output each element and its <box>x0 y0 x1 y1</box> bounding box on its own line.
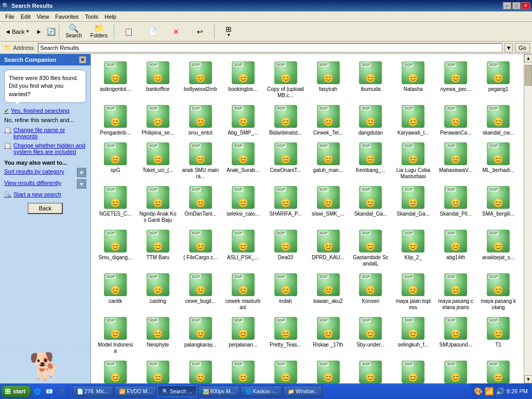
sidebar-back-button[interactable]: Back <box>28 203 63 214</box>
refresh-button[interactable]: 🔄 <box>46 26 56 37</box>
menu-file[interactable]: File <box>2 12 18 21</box>
file-item[interactable]: 😊smu_entot <box>180 102 221 138</box>
file-item[interactable]: 😊abg14th <box>435 227 476 269</box>
file-item[interactable]: 😊Copy of (uploadMB.c... <box>265 58 306 101</box>
file-item[interactable]: 😊kawan_aku2 <box>308 270 349 313</box>
file-item[interactable]: 😊perjalanan... <box>223 314 263 356</box>
file-item[interactable]: 😊T2 <box>95 357 136 383</box>
file-item[interactable]: 😊( FileCargo[1... <box>435 357 476 383</box>
menu-help[interactable]: Help <box>101 12 119 21</box>
file-item[interactable]: 😊maya pasang kutang <box>478 270 518 313</box>
menu-edit[interactable]: Edit <box>18 12 34 21</box>
file-item[interactable]: 😊skandal_cw... <box>478 102 518 138</box>
file-item[interactable]: 😊DPRD_KAU... <box>308 227 349 269</box>
view-expand-icon[interactable]: ▼ <box>77 179 86 189</box>
change-hidden-link[interactable]: 📋 Change whether hidden and system files… <box>4 142 86 155</box>
back-button[interactable]: ◄ Back ▼ <box>2 23 32 40</box>
scroll-track[interactable] <box>524 62 532 375</box>
file-item[interactable]: 😊Abg_SMP_... <box>223 102 263 138</box>
file-item[interactable]: 😊Gastambide ScandalL <box>350 227 391 269</box>
go-button[interactable]: Go <box>515 43 530 52</box>
file-item[interactable]: 😊galuh_man... <box>308 139 349 182</box>
folders-button[interactable]: 📁 Folders <box>87 23 111 40</box>
file-item[interactable]: 😊Video(11) <box>308 357 349 383</box>
scroll-down-button[interactable]: ▼ <box>524 375 532 383</box>
file-item[interactable]: 😊ibumuda <box>350 58 391 101</box>
undo-button[interactable]: ↩ <box>189 23 211 40</box>
file-item[interactable]: 😊palangkaray... <box>180 314 221 356</box>
file-item[interactable]: 😊PerawanCa... <box>435 102 476 138</box>
change-filename-link[interactable]: 📋 Change file name or keywords <box>4 126 86 140</box>
file-item[interactable]: 😊fasyirah <box>308 58 349 101</box>
file-item[interactable]: 😊bookingbis... <box>223 58 263 101</box>
yes-finished-link[interactable]: ✔ Yes, finished searching <box>4 107 86 115</box>
file-item[interactable]: 😊Lia Lugu Coba Masturbasi <box>393 139 433 182</box>
start-button[interactable]: ⊞ start <box>1 385 31 397</box>
file-item[interactable]: 😊asikngentot... <box>95 58 136 101</box>
file-item[interactable]: 😊bollywood2mb <box>180 58 221 101</box>
file-item[interactable]: 😊( FileCargo.c... <box>180 227 221 269</box>
maximize-button[interactable]: □ <box>512 2 521 9</box>
file-item[interactable]: 😊Toket_uci_(... <box>138 139 178 182</box>
file-item[interactable]: 😊Skandal_Pil... <box>435 183 476 225</box>
file-item[interactable]: 😊Model Indonesia <box>95 314 136 356</box>
file-item[interactable]: 😊indah <box>265 270 306 313</box>
file-item[interactable]: 😊Video(08) <box>265 357 306 383</box>
file-item[interactable]: 😊Dea03 <box>265 227 306 269</box>
file-item[interactable]: 😊ML_berhadi... <box>478 139 518 182</box>
file-item[interactable]: 😊cewe_bugil... <box>180 270 221 313</box>
file-item[interactable]: 😊casting <box>138 270 178 313</box>
minimize-button[interactable]: ─ <box>503 2 511 9</box>
file-item[interactable]: 😊ASLI_PSK_... <box>223 227 263 269</box>
forward-button[interactable]: ► <box>33 23 45 40</box>
media-quick-launch[interactable]: 🎵 <box>56 386 66 396</box>
menu-tools[interactable]: Tools <box>82 12 102 21</box>
file-item[interactable]: 😊Sby-under... <box>350 314 391 356</box>
sort-results-item[interactable]: Sort results by category ▼ <box>4 168 86 177</box>
tray-audio-icon[interactable]: 🔊 <box>496 387 504 395</box>
file-item[interactable]: 😊dangdutan <box>350 102 391 138</box>
file-item[interactable]: 😊T5 <box>180 357 221 383</box>
file-item[interactable]: 😊Neophyte <box>138 314 178 356</box>
address-input[interactable] <box>38 43 502 52</box>
file-item[interactable]: 😊siswi_SMK_... <box>308 183 349 225</box>
back-dropdown-icon[interactable]: ▼ <box>25 29 30 34</box>
file-item[interactable]: 😊cewek masturbasi <box>223 270 263 313</box>
file-item[interactable]: 😊Kembang_... <box>350 139 391 182</box>
file-item[interactable]: 😊T4 <box>138 357 178 383</box>
file-item[interactable]: 😊Pengantinb... <box>95 102 136 138</box>
file-item[interactable]: 😊anak SMU main ra... <box>180 139 221 182</box>
file-item[interactable]: 😊( FileCargo[1... <box>393 357 433 383</box>
menu-view[interactable]: View <box>34 12 52 21</box>
file-item[interactable]: 😊maya jalan topless <box>393 270 433 313</box>
file-item[interactable]: 😊Karyawati_I... <box>393 102 433 138</box>
file-item[interactable]: 😊Klip_2_ <box>393 227 433 269</box>
sidebar-close-button[interactable]: ✕ <box>79 56 86 63</box>
views-dropdown-icon[interactable]: ▼ <box>227 33 231 37</box>
views-button[interactable]: ⊞ ▼ <box>217 23 240 40</box>
file-item[interactable]: 😊SHARIFA_P... <box>265 183 306 225</box>
file-item[interactable]: 😊Ngintip Anak Kos Ganti Baju <box>138 183 178 225</box>
file-item[interactable]: 😊Konsen <box>350 270 391 313</box>
file-item[interactable]: 😊SMA_bergili... <box>478 183 518 225</box>
tray-paint-icon[interactable]: 🎨 <box>474 387 483 395</box>
file-item[interactable]: 😊Bidanbinalst... <box>265 102 306 138</box>
file-item[interactable]: 😊Video068 <box>350 357 391 383</box>
file-item[interactable]: 😊TTM Baru <box>138 227 178 269</box>
delete-button[interactable]: ✕ <box>165 23 188 40</box>
file-item[interactable]: 😊Philipina_se... <box>138 102 178 138</box>
taskbar-item-2[interactable]: 🔍 Search ... <box>157 385 197 397</box>
file-item[interactable]: 😊Anak_Surab... <box>223 139 263 182</box>
file-item[interactable]: 😊selingkuh_f... <box>393 314 433 356</box>
file-item[interactable]: 😊cantik <box>95 270 136 313</box>
ie-quick-launch[interactable]: 🌐 <box>32 386 43 396</box>
taskbar-item-0[interactable]: 📄 278. Mic... <box>72 385 113 397</box>
start-new-search-link[interactable]: 🔍 Start a new search <box>4 191 86 198</box>
file-item[interactable]: 😊OmDanTant... <box>180 183 221 225</box>
file-item[interactable]: 😊bankoffice <box>138 58 178 101</box>
file-item[interactable]: 😊spG <box>95 139 136 182</box>
file-item[interactable]: 😊Skandal_Ga... <box>393 183 433 225</box>
file-item[interactable]: 😊CewOnaniT... <box>265 139 306 182</box>
file-item[interactable]: 😊maya pasang celana jeans <box>435 270 476 313</box>
tray-network-icon[interactable]: 📶 <box>485 387 494 395</box>
